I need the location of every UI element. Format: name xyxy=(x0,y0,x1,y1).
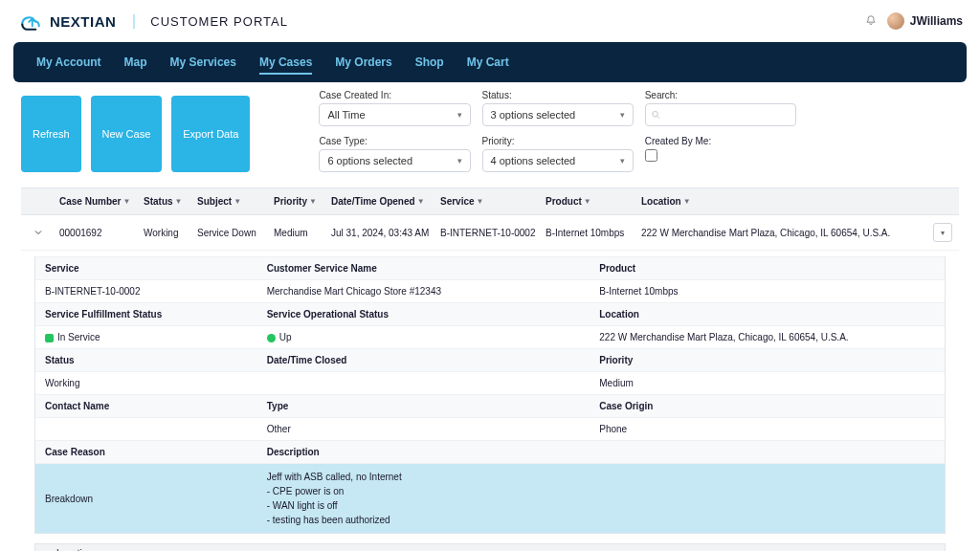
portal-title: CUSTOMER PORTAL xyxy=(133,14,288,29)
table-row[interactable]: 00001692 Working Service Down Medium Jul… xyxy=(21,215,959,251)
dh-status: Status xyxy=(35,348,257,371)
nav-my-orders[interactable]: My Orders xyxy=(323,42,403,82)
dv-desc: Jeff with ASB called, no Internet - CPE … xyxy=(257,463,945,533)
filter-status-select[interactable]: 3 options selected xyxy=(482,103,634,126)
cell-location: 222 W Merchandise Mart Plaza, Chicago, I… xyxy=(637,220,926,246)
search-input[interactable] xyxy=(645,103,796,126)
dv-service: B-INTERNET-10-0002 xyxy=(35,279,257,302)
dv-sfs: In Service xyxy=(35,325,257,348)
cell-subject: Service Down xyxy=(193,220,270,246)
dh-origin: Case Origin xyxy=(590,394,945,417)
status-circle-icon xyxy=(267,334,276,342)
col-product[interactable]: Product▼ xyxy=(542,188,637,214)
cell-status: Working xyxy=(140,220,193,246)
nav-map[interactable]: Map xyxy=(113,42,159,82)
chevron-down-icon xyxy=(33,227,44,238)
location-accordion-header[interactable]: Location xyxy=(34,543,946,551)
case-detail-panel: Service Customer Service Name Product B-… xyxy=(34,256,946,534)
brand-text: NEXTIAN xyxy=(50,13,116,30)
username[interactable]: JWilliams xyxy=(910,14,963,28)
dh-product: Product xyxy=(590,256,945,279)
dh-csn: Customer Service Name xyxy=(257,256,590,279)
svg-point-0 xyxy=(653,111,658,117)
filter-type-label: Case Type: xyxy=(319,136,470,146)
dv-csn: Merchandise Mart Chicago Store #12343 xyxy=(257,279,590,302)
dv-type: Other xyxy=(257,417,590,440)
dv-closed xyxy=(257,371,590,394)
bell-icon[interactable] xyxy=(864,14,878,28)
dh-sfs: Service Fulfillment Status xyxy=(35,302,257,325)
nav-shop[interactable]: Shop xyxy=(404,42,456,82)
cell-service: B-INTERNET-10-0002 xyxy=(436,220,542,246)
filter-priority-select[interactable]: 4 options selected xyxy=(482,149,634,172)
status-square-icon xyxy=(45,334,54,342)
filter-status-label: Status: xyxy=(482,90,634,100)
filter-created-select[interactable]: All Time xyxy=(319,103,470,126)
col-status[interactable]: Status▼ xyxy=(140,188,193,214)
main-nav: My Account Map My Services My Cases My O… xyxy=(13,42,967,82)
dv-origin: Phone xyxy=(590,417,945,440)
sort-icon: ▼ xyxy=(122,197,130,206)
nav-my-cases[interactable]: My Cases xyxy=(248,42,323,82)
dv-status: Working xyxy=(35,371,257,394)
filter-priority-label: Priority: xyxy=(482,136,634,146)
nav-my-services[interactable]: My Services xyxy=(159,42,248,82)
dh-sos: Service Operational Status xyxy=(257,302,590,325)
dh-closed: Date/Time Closed xyxy=(257,348,590,371)
dh-desc: Description xyxy=(257,440,590,463)
col-subject[interactable]: Subject▼ xyxy=(193,188,270,214)
export-data-button[interactable]: Export Data xyxy=(171,96,250,172)
dh-priority: Priority xyxy=(590,348,945,371)
col-service[interactable]: Service▼ xyxy=(436,188,542,214)
cell-priority: Medium xyxy=(270,220,327,246)
filter-type-select[interactable]: 6 options selected xyxy=(319,149,470,172)
dv-reason: Breakdown xyxy=(35,463,257,533)
dv-priority: Medium xyxy=(590,371,945,394)
dh-loc: Location xyxy=(590,302,945,325)
dv-product: B-Internet 10mbps xyxy=(590,279,945,302)
filter-search-label: Search: xyxy=(645,90,796,100)
filter-created-by-me-label: Created By Me: xyxy=(645,136,796,146)
search-icon xyxy=(651,110,661,121)
cell-product: B-Internet 10mbps xyxy=(542,220,637,246)
cloud-arrow-icon xyxy=(17,10,44,33)
dh-reason: Case Reason xyxy=(35,440,257,463)
created-by-me-checkbox[interactable] xyxy=(645,149,657,162)
cell-opened: Jul 31, 2024, 03:43 AM xyxy=(327,220,436,246)
dv-sos: Up xyxy=(257,325,590,348)
col-case-number[interactable]: Case Number▼ xyxy=(56,188,140,214)
dh-contact: Contact Name xyxy=(35,394,257,417)
refresh-button[interactable]: Refresh xyxy=(21,96,81,172)
row-expander[interactable] xyxy=(21,219,56,246)
dv-contact xyxy=(35,417,257,440)
brand-logo: NEXTIAN xyxy=(17,10,116,33)
col-opened[interactable]: Date/Time Opened▼ xyxy=(327,188,436,214)
row-menu-button[interactable]: ▾ xyxy=(933,223,952,242)
cell-case-number: 00001692 xyxy=(56,220,140,246)
filter-created-label: Case Created In: xyxy=(319,90,470,100)
nav-my-account[interactable]: My Account xyxy=(25,42,113,82)
col-priority[interactable]: Priority▼ xyxy=(270,188,327,214)
dh-service: Service xyxy=(35,256,257,279)
avatar[interactable] xyxy=(887,12,904,30)
new-case-button[interactable]: New Case xyxy=(91,96,163,172)
dv-loc: 222 W Merchandise Mart Plaza, Chicago, I… xyxy=(590,325,945,348)
cases-table-header: Case Number▼ Status▼ Subject▼ Priority▼ … xyxy=(21,187,959,215)
dh-type: Type xyxy=(257,394,590,417)
col-location[interactable]: Location▼ xyxy=(637,188,926,214)
nav-my-cart[interactable]: My Cart xyxy=(456,42,521,82)
